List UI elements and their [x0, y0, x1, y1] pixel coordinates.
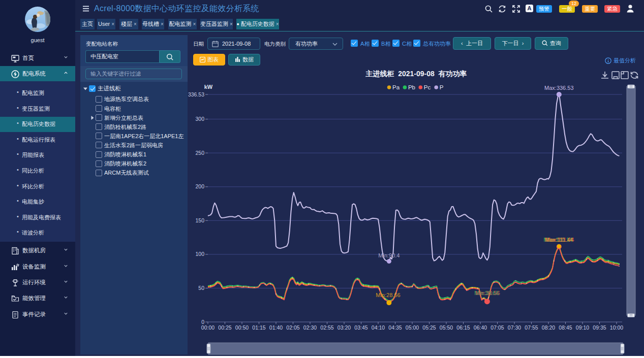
svg-text:07:30: 07:30: [508, 324, 521, 331]
svg-text:Pa: Pa: [392, 84, 400, 90]
svg-text:04:35: 04:35: [388, 324, 402, 331]
svg-text:09:35: 09:35: [593, 324, 606, 331]
svg-text:03:45: 03:45: [354, 324, 367, 331]
svg-text:01:15: 01:15: [252, 324, 265, 331]
svg-text:01:40: 01:40: [269, 324, 283, 331]
svg-text:300: 300: [195, 116, 204, 122]
svg-text:02:30: 02:30: [303, 324, 317, 331]
svg-text:03:20: 03:20: [338, 324, 351, 331]
svg-text:08:20: 08:20: [542, 324, 555, 331]
svg-text:100: 100: [195, 251, 204, 257]
svg-text:250: 250: [195, 150, 204, 156]
svg-text:05:25: 05:25: [422, 324, 436, 331]
svg-text:Pc: Pc: [424, 84, 431, 90]
svg-text:Pb: Pb: [408, 84, 415, 90]
svg-text:200: 200: [195, 183, 204, 189]
svg-text:07:55: 07:55: [525, 324, 538, 331]
svg-text:04:10: 04:10: [372, 324, 385, 331]
svg-text:150: 150: [195, 217, 204, 223]
svg-text:00:25: 00:25: [218, 324, 231, 331]
svg-text:0: 0: [201, 319, 204, 325]
svg-text:主进线柜 2021-09-08 有功功率: 主进线柜 2021-09-08 有功功率: [365, 70, 467, 78]
svg-text:02:05: 02:05: [286, 324, 299, 331]
svg-text:Min:28.66: Min:28.66: [376, 292, 400, 298]
svg-text:02:55: 02:55: [320, 324, 333, 331]
svg-text:09:10: 09:10: [576, 324, 589, 331]
svg-text:05:00: 05:00: [406, 324, 419, 331]
svg-text:07:05: 07:05: [490, 324, 504, 331]
svg-text:06:15: 06:15: [456, 324, 470, 331]
svg-text:kW: kW: [204, 84, 213, 90]
svg-text:P: P: [440, 84, 444, 90]
svg-text:Min:90.4: Min:90.4: [378, 252, 400, 258]
svg-text:05:50: 05:50: [440, 324, 453, 331]
svg-text:00:50: 00:50: [235, 324, 249, 331]
svg-text:Max:336.53: Max:336.53: [544, 85, 573, 91]
svg-text:08:45: 08:45: [559, 324, 572, 331]
svg-text:06:40: 06:40: [474, 324, 487, 331]
svg-text:336.53: 336.53: [188, 91, 204, 97]
svg-text:Min:30.56: Min:30.56: [475, 290, 500, 296]
svg-text:00:00: 00:00: [201, 324, 214, 331]
svg-text:10:00: 10:00: [610, 324, 623, 331]
svg-text:Max:111.44: Max:111.44: [545, 237, 573, 243]
svg-text:50: 50: [198, 285, 204, 291]
